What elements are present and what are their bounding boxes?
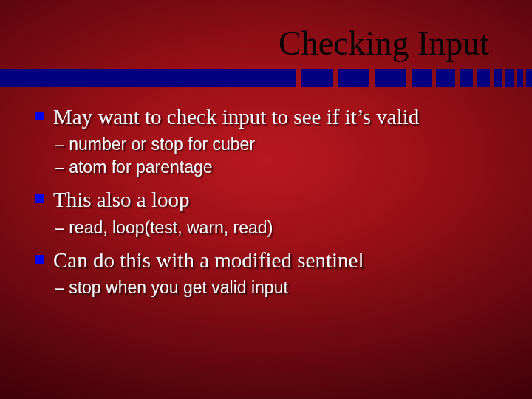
- bar-segment: [338, 69, 369, 87]
- sub-bullet-text: – read, loop(test, warn, read): [55, 216, 502, 239]
- bullet-text: Can do this with a modified sentinel: [53, 247, 364, 273]
- sub-list: – number or stop for cuber– atom for par…: [55, 133, 502, 179]
- bullet-text: May want to check input to see if it’s v…: [53, 103, 419, 130]
- bar-segment: [0, 69, 265, 87]
- bar-segment: [477, 69, 490, 87]
- bar-segment: [265, 69, 296, 87]
- slide-body: May want to check input to see if it’s v…: [35, 103, 502, 307]
- sub-bullet-text: – atom for parentage: [55, 156, 502, 179]
- bar-segment: [505, 69, 514, 87]
- bullet-item: This also a loop: [35, 186, 502, 213]
- bar-segment: [412, 69, 432, 87]
- bar-segment: [375, 69, 406, 87]
- square-bullet-icon: [35, 255, 44, 264]
- square-bullet-icon: [35, 194, 44, 203]
- slide-title: Checking Input: [279, 24, 489, 63]
- bar-segment: [436, 69, 455, 87]
- bar-segment: [517, 69, 523, 87]
- decorative-bar: [0, 69, 532, 87]
- bar-segment: [460, 69, 473, 87]
- bar-segment: [494, 69, 502, 87]
- sub-bullet-text: – number or stop for cuber: [55, 133, 502, 156]
- bar-segment: [301, 69, 332, 87]
- square-bullet-icon: [35, 112, 44, 120]
- bullet-text: This also a loop: [53, 186, 189, 213]
- sub-list: – read, loop(test, warn, read): [55, 216, 502, 239]
- bullet-item: May want to check input to see if it’s v…: [35, 103, 502, 130]
- sub-bullet-text: – stop when you get valid input: [55, 276, 502, 299]
- bullet-item: Can do this with a modified sentinel: [35, 247, 502, 273]
- sub-list: – stop when you get valid input: [55, 276, 502, 299]
- bar-segment: [526, 69, 532, 87]
